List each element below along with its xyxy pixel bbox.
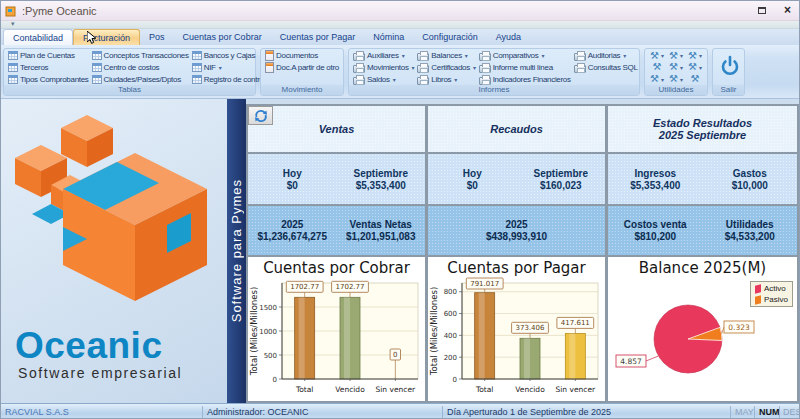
tab-cuentas-por-cobrar[interactable]: Cuentas por Cobrar [174,29,271,45]
document-icon [265,62,274,73]
ribbon-item-saldos[interactable]: Saldos▾ [353,74,414,85]
stat-cell: Hoy$0 [248,154,337,204]
refresh-button[interactable] [248,106,273,125]
panel-title-text: Estado Resultados [653,117,752,129]
ribbon-item-tipos-comprobantes[interactable]: Tipos Comprobantes [8,75,89,84]
stat-value: $438,993,910 [486,231,547,242]
tab-pos[interactable]: Pos [140,29,174,45]
ribbon-item-ciudades-paises-dptos[interactable]: Ciudades/Países/Dptos [92,75,189,84]
tab-facturacion[interactable]: Facturación [73,29,140,45]
ribbon-item-nif[interactable]: NIF▾ [192,63,265,72]
close-window-button[interactable]: × [784,5,791,15]
group-label: Tablas [4,85,255,95]
ribbon-item-doc-a-partir-de-otro[interactable]: Doc.A partir de otro [265,62,339,73]
utility-button-9[interactable]: ⚒ [686,74,704,84]
table-icon [8,51,18,60]
svg-text:Total: Total [475,385,494,394]
svg-text:791.017: 791.017 [470,280,499,288]
table-icon [192,51,202,60]
exit-button[interactable] [719,54,741,82]
status-company: RACVIAL S.A.S [5,407,69,417]
ribbon-item-indicadores-financieros[interactable]: Indicadores Financieros [479,74,571,85]
status-open-day: Día Aperturado 1 de Septiembre de 2025 [447,407,611,417]
ribbon-item-auxiliares[interactable]: Auxiliares▾ [353,50,414,61]
chart-balance: Balance 2025(M) 0.3234.857 Activo Pasivo [608,257,797,401]
window-title: :Pyme Oceanic [22,5,97,17]
ribbon-item-comparativos[interactable]: Comparativos▾ [479,50,571,61]
dropdown-arrow-icon: ▾ [680,76,683,83]
legend-item-activo: Activo [755,284,788,293]
svg-text:200: 200 [444,354,457,362]
ribbon-item-label: Documentos [276,51,318,60]
quick-access-dropdown-icon[interactable]: ▾ [11,20,15,28]
utility-button-3[interactable]: ⚒▾ [686,51,704,61]
ribbon-item-plan-de-cuentas[interactable]: Plan de Cuentas [8,51,89,60]
ribbon-item-libros[interactable]: Libros▾ [417,74,475,85]
utility-button-7[interactable]: ⚒▾ [648,74,666,84]
svg-text:4.857: 4.857 [620,357,642,366]
stat-label: Hoy [463,168,482,179]
utility-button-4[interactable]: ⚒ [648,62,666,72]
ribbon-item-certificados[interactable]: Certificados▾ [417,62,475,73]
ribbon-item-terceros[interactable]: Terceros [8,63,89,72]
ribbon-item-label: Balances [431,51,462,60]
panel-ventas-title: Ventas [248,106,425,152]
dropdown-arrow-icon: ▾ [699,52,702,59]
ribbon-item-bancos-y-cajas[interactable]: Bancos y Cajas [192,51,265,60]
ribbon-item-auditorias[interactable]: Auditorias▾ [574,50,638,61]
stat-label: Costos venta [624,219,687,230]
ribbon-group-utilidades: ⚒▾⚒▾⚒▾⚒⚒▾⚒▾⚒▾⚒▾⚒Utilidades [644,48,708,96]
tools-icon: ⚒ [650,74,659,84]
stat-value: $810,200 [634,231,676,242]
utility-button-5[interactable]: ⚒▾ [667,62,685,72]
ribbon-item-label: NIF [204,63,216,72]
chart-title: Cuentas por Pagar [428,257,605,277]
panel-subtitle-text: 2025 Septiembre [659,129,746,141]
stat-cell: Ingresos$5,353,400 [608,154,703,204]
tab-nomina[interactable]: Nómina [364,29,413,45]
utility-button-1[interactable]: ⚒▾ [648,51,666,61]
printer-icon [353,65,365,73]
tab-contabilidad[interactable]: Contabilidad [3,29,73,45]
tools-icon: ⚒ [653,62,662,72]
svg-text:0: 0 [453,376,457,384]
oceanic-logo [7,109,219,321]
ribbon-item-documentos[interactable]: Documentos [265,50,339,61]
ribbon-group-informes: Auxiliares▾Movimientos▾Saldos▾Balances▾C… [348,48,640,96]
tab-configuracion[interactable]: Configuración [413,29,487,45]
dropdown-arrow-icon: ▾ [541,52,544,59]
restore-window-button[interactable] [758,7,766,14]
ribbon-item-balances[interactable]: Balances▾ [417,50,475,61]
printer-icon [574,53,586,61]
dropdown-arrow-icon: ▾ [393,76,396,83]
logo-panel: Oceanic Software empresarial [1,99,227,403]
ribbon-item-conceptos-transacciones[interactable]: Conceptos Transacciones [92,51,189,60]
printer-icon [479,65,491,73]
ribbon-item-registro-de-control[interactable]: Registro de control [192,75,265,84]
utility-button-2[interactable]: ⚒▾ [667,51,685,61]
ribbon-item-informe-multi-linea[interactable]: Informe multi línea [479,62,571,73]
status-admin: Administrador: OCEANIC [207,407,309,417]
ribbon-item-label: Saldos [367,75,390,84]
tab-ayuda[interactable]: Ayuda [487,29,530,45]
dropdown-arrow-icon: ▾ [661,52,664,59]
utility-button-8[interactable]: ⚒▾ [667,74,685,84]
panel-recaudos: Recaudos Hoy$0 Septiembre$160,023 2025$4… [428,106,605,255]
ribbon-item-centro-de-costos[interactable]: Centro de costos [92,63,189,72]
panel-title-text: Ventas [319,123,355,135]
stat-label: Septiembre [534,168,588,179]
svg-text:0.323: 0.323 [728,323,750,332]
stat-cell: Hoy$0 [428,154,517,204]
svg-text:400: 400 [444,332,457,340]
utility-button-6[interactable]: ⚒▾ [686,62,704,72]
printer-icon [479,53,491,61]
stat-cell: Utilidades$4,533,200 [703,206,798,255]
ribbon-item-movimientos[interactable]: Movimientos▾ [353,62,414,73]
svg-text:1500: 1500 [259,304,277,312]
stat-cell: Gastos$10,000 [703,154,798,204]
tab-cuentas-por-pagar[interactable]: Cuentas por Pagar [271,29,365,45]
ribbon-item-consultas-sql[interactable]: Consultas SQL [574,62,638,73]
ribbon-item-label: Tipos Comprobantes [20,75,89,84]
ribbon-item-label: Conceptos Transacciones [104,51,189,60]
status-divider [779,406,780,418]
